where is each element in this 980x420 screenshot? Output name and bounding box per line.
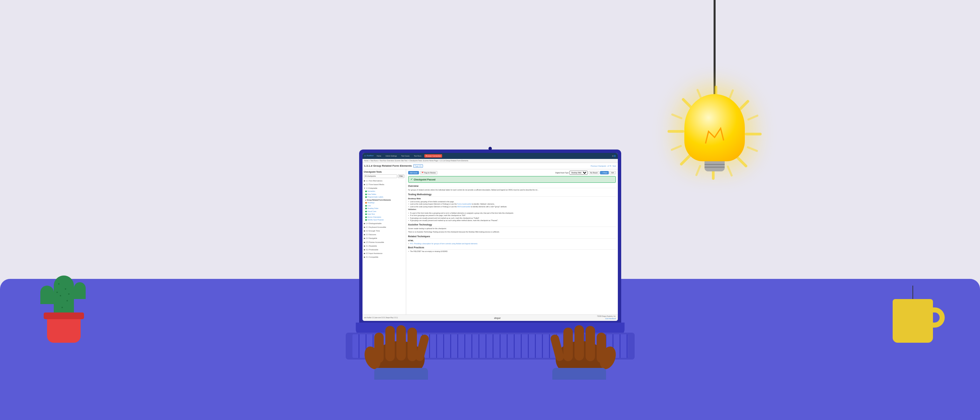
section-1-4-title: ▶ 1.4 Distinguishable: [364, 222, 404, 225]
asset-type-select[interactable]: Desktop Web: [570, 171, 588, 175]
sidebar-section-4-1: ▶ 4.1 Compatible: [364, 256, 404, 259]
section-3-3-title: ▶ 3.3 Input Assistance: [364, 252, 404, 255]
sidebar-item-semantics[interactable]: Semantics: [364, 190, 404, 193]
add-issue-button[interactable]: Add Issue: [408, 171, 419, 175]
sidebar-section-1-3: ▼ 1.3 Adaptable Semantics Data Tables: [364, 187, 404, 221]
status-dot-prog-labels: [365, 196, 367, 198]
section-3-2-title: ▶ 3.2 Predictable: [364, 248, 404, 251]
section-2-1-title: ▶ 2.1 Keyboard Accessible: [364, 226, 404, 229]
assistive-tech-title: Assistive Technology: [408, 223, 616, 227]
sidebar-item-label: Programmatic Labels: [368, 196, 383, 198]
sidebar-section-2-1: ▶ 2.1 Keyboard Accessible: [364, 226, 404, 229]
svg-rect-9: [745, 133, 762, 135]
svg-point-6: [68, 293, 70, 295]
sidebar-item-prog-labels[interactable]: Programmatic Labels: [364, 196, 404, 199]
section-1-3-title: ▼ 1.3 Adaptable: [364, 187, 404, 190]
sidebar-item-input-purpose[interactable]: Identify Input Purpose: [364, 218, 404, 221]
validation-3: If groupings are visually present and no…: [408, 217, 616, 220]
h71-link[interactable]: H71: Providing a description for groups …: [410, 243, 478, 245]
status-dot-semantics: [365, 191, 367, 192]
checkpoint-filter-select[interactable]: All checkpoints: [364, 174, 398, 178]
sidebar-item-headings[interactable]: Headings: [364, 201, 404, 204]
status-dot-device-orient: [365, 216, 367, 218]
sidebar-item-lists[interactable]: Lists: [364, 204, 404, 207]
page-count: of 79: [608, 165, 611, 167]
status-dot-input-purpose: [365, 219, 367, 221]
nav-browser-connection[interactable]: Browser Connection: [424, 154, 442, 158]
no-at-text: There is no Assistive Technology Testing…: [408, 231, 616, 234]
next-checkpoint[interactable]: Next: [612, 165, 616, 167]
svg-rect-34: [574, 325, 584, 361]
right-hand: [530, 306, 625, 380]
validation-1: If a part of the form looks like a group…: [408, 212, 616, 214]
checkpoint-passed-banner: ✔ Checkpoint Passed: [408, 176, 616, 183]
nav-icons: ⚙ 👤: [612, 155, 616, 157]
sidebar-item-group-related[interactable]: ● Group Related Form Elements: [364, 199, 404, 202]
sidebar-section-1-4: ▶ 1.4 Distinguishable: [364, 222, 404, 225]
svg-rect-17: [746, 146, 758, 152]
filter-button[interactable]: Filter: [398, 174, 404, 178]
page-title: 1.3.1.d Group Related Form Elements: [364, 164, 412, 168]
sidebar-item-input-size[interactable]: Input Size: [364, 213, 404, 216]
result-buttons: No Result ✓ Pass N/A: [589, 171, 616, 175]
hands-container: [339, 286, 641, 380]
best-practices-title: Best Practices: [408, 246, 616, 250]
page-info-button[interactable]: Page Info: [413, 164, 423, 168]
sidebar-item-label: Identify Input Purpose: [368, 219, 384, 221]
flag-review-button[interactable]: 🚩 Flag for Review: [420, 171, 438, 175]
aria-bookmarklet-link[interactable]: ARIA bookmarklet: [457, 206, 470, 208]
svg-rect-30: [374, 368, 428, 380]
desktop-web-subtitle: Desktop Web: [408, 197, 616, 200]
sidebar-item-label: Data Tables: [368, 193, 376, 196]
section-2-4-title: ▶ 2.4 Navigable: [364, 237, 404, 240]
sidebar-item-data-tables[interactable]: Data Tables: [364, 193, 404, 196]
svg-rect-27: [407, 328, 417, 361]
svg-rect-26: [396, 325, 406, 361]
svg-rect-16: [747, 114, 759, 121]
nav-admin[interactable]: Admin Settings: [384, 154, 398, 158]
svg-rect-35: [563, 328, 573, 361]
nav-test-cases[interactable]: Test Cases: [400, 154, 411, 158]
pass-button[interactable]: ✓ Pass: [600, 171, 609, 175]
overview-title: Overview: [408, 185, 616, 188]
testing-methodology-title: Testing Methodology: [408, 193, 616, 197]
sidebar-item-reading-order[interactable]: Reading Order: [364, 207, 404, 210]
sidebar-item-device-orientation[interactable]: Device Orientation: [364, 216, 404, 219]
status-dot-input-size: [365, 213, 367, 215]
digital-asset-type-selector: Digital Asset Type Desktop Web: [555, 171, 588, 175]
camera-dot: [488, 147, 492, 150]
sidebar-item-label: Group Related Form Elements: [367, 199, 391, 201]
status-dot-visual-cues: [365, 211, 367, 212]
section-2-2-title: ▶ 2.2 Enough Time: [364, 229, 404, 232]
lightbulb-decoration: [684, 0, 745, 171]
sidebar-item-visual-cues[interactable]: Visual Cues: [364, 210, 404, 213]
section-2-3-title: ▶ 2.3 Seizures: [364, 233, 404, 236]
svg-point-2: [60, 295, 61, 296]
toolbar: Add Issue 🚩 Flag for Review Digital Asse…: [408, 171, 616, 175]
section-3-1-title: ▶ 3.1 Readable: [364, 245, 404, 248]
html-techniques-subtitle: HTML: [408, 240, 616, 242]
nav-home[interactable]: Home: [375, 154, 382, 158]
forms-bookmarklet-link[interactable]: Forms bookmarklet: [457, 203, 472, 205]
scene: ▲ Auditor Home Admin Settings Test Cases…: [0, 0, 980, 420]
status-dot-lists: [365, 205, 367, 207]
best-practice-1: The FIELDSET has an empty or missing LEG…: [408, 250, 616, 253]
prev-checkpoint[interactable]: Previous Checkpoint: [590, 165, 606, 167]
section-2-5-title: ▶ 2.5 Pointer Accessible: [364, 241, 404, 244]
svg-rect-19: [695, 165, 702, 177]
svg-rect-13: [668, 130, 684, 133]
svg-point-4: [62, 307, 63, 308]
no-result-button[interactable]: No Result: [589, 171, 599, 175]
status-dot-headings: [365, 202, 367, 204]
step-1: Look at every grouping of form fields co…: [408, 200, 616, 203]
sidebar-item-label: Input Size: [368, 213, 375, 215]
sidebar-item-label: Semantics: [368, 190, 375, 192]
nav-test-runs[interactable]: Test Runs: [412, 154, 423, 158]
tea-mug-decoration: [892, 299, 933, 343]
app-logo: ▲ Auditor: [364, 154, 374, 157]
breadcrumb: Home > Test Runs > Test Run Overview: Ec…: [363, 159, 618, 163]
asset-type-label: Digital Asset Type: [555, 172, 569, 174]
svg-point-0: [58, 283, 59, 285]
na-button[interactable]: N/A: [609, 171, 616, 175]
sidebar-section-3-1: ▶ 3.1 Readable: [364, 245, 404, 248]
